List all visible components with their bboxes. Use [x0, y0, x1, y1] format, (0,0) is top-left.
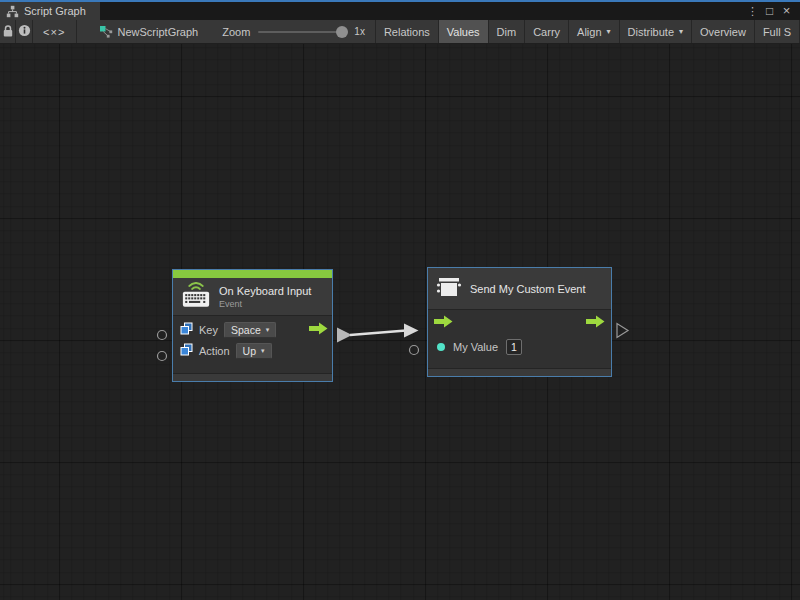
- relations-toggle[interactable]: Relations: [376, 20, 439, 43]
- key-dropdown-value: Space: [231, 324, 261, 336]
- info-button[interactable]: [16, 20, 32, 43]
- unit-icon: [436, 275, 462, 303]
- values-toggle[interactable]: Values: [439, 20, 489, 43]
- distribute-dropdown[interactable]: Distribute ▾: [620, 20, 692, 43]
- graph-asset-name: NewScriptGraph: [118, 26, 199, 38]
- port-my-value-input[interactable]: [410, 346, 419, 355]
- distribute-label: Distribute: [628, 26, 674, 38]
- script-graph-window: Script Graph ⋮ □ ×: [0, 0, 800, 600]
- port-key-input[interactable]: [158, 331, 167, 340]
- overview-button[interactable]: Overview: [692, 20, 755, 43]
- script-graph-asset-icon: [99, 24, 113, 40]
- zoom-slider[interactable]: [258, 31, 346, 33]
- tab-bar: Script Graph ⋮ □ ×: [0, 2, 800, 20]
- port-row-action: Action Up ▾: [173, 340, 332, 361]
- action-dropdown[interactable]: Up ▾: [236, 343, 272, 359]
- action-dropdown-value: Up: [243, 345, 256, 357]
- full-screen-button[interactable]: Full S: [755, 20, 800, 43]
- chevron-down-icon: ▾: [266, 326, 270, 334]
- port-label: Key: [199, 324, 218, 336]
- node-footer: [428, 368, 611, 376]
- port-action-input[interactable]: [158, 352, 167, 361]
- type-icon: [180, 343, 193, 358]
- port-row-my-value: My Value 1: [428, 335, 611, 358]
- hierarchy-icon: [6, 5, 19, 18]
- control-output-arrow-icon[interactable]: [586, 314, 605, 332]
- flow-row: [428, 310, 611, 335]
- chevron-down-icon: ▾: [261, 347, 265, 355]
- tab-title: Script Graph: [24, 5, 86, 17]
- info-icon: [18, 24, 31, 39]
- node-header: Send My Custom Event: [428, 268, 611, 310]
- align-dropdown[interactable]: Align ▾: [569, 20, 619, 43]
- node-on-keyboard-input[interactable]: On Keyboard Input Event Key Space ▾: [172, 269, 333, 382]
- tab-script-graph[interactable]: Script Graph: [0, 2, 100, 20]
- graph-canvas[interactable]: On Keyboard Input Event Key Space ▾: [0, 44, 800, 600]
- key-dropdown[interactable]: Space ▾: [224, 322, 276, 338]
- dim-toggle[interactable]: Dim: [489, 20, 526, 43]
- node-title: Send My Custom Event: [470, 283, 586, 295]
- carry-toggle[interactable]: Carry: [525, 20, 569, 43]
- node-body: Key Space ▾: [173, 316, 332, 373]
- graph-asset-reference[interactable]: NewScriptGraph: [89, 20, 209, 43]
- port-row-key: Key Space ▾: [173, 319, 332, 340]
- connection-keyboard-to-event[interactable]: [337, 324, 419, 343]
- maximize-icon[interactable]: □: [762, 3, 777, 19]
- port-label: My Value: [453, 341, 498, 353]
- generate-code-button[interactable]: <×>: [33, 20, 77, 43]
- event-accent-strip: [173, 270, 332, 278]
- port-label: Action: [199, 345, 230, 357]
- node-body: My Value 1: [428, 310, 611, 368]
- node-title: On Keyboard Input: [219, 285, 311, 297]
- chevron-down-icon: ▾: [679, 27, 683, 36]
- close-icon[interactable]: ×: [779, 3, 794, 19]
- node-subtitle: Event: [219, 299, 311, 309]
- node-header: On Keyboard Input Event: [173, 278, 332, 316]
- wire-layer: [0, 44, 800, 600]
- node-send-my-custom-event[interactable]: Send My Custom Event: [427, 267, 612, 377]
- value-port-icon: [437, 343, 445, 351]
- graph-toolbar: <×> NewScriptGraph Zoom 1x Relations Val…: [0, 20, 800, 44]
- window-menu-icon[interactable]: ⋮: [745, 3, 760, 19]
- my-value-input[interactable]: 1: [506, 339, 522, 355]
- zoom-value: 1x: [354, 26, 365, 37]
- chevron-down-icon: ▾: [607, 27, 611, 36]
- zoom-slider-handle[interactable]: [336, 26, 348, 38]
- align-label: Align: [577, 26, 601, 38]
- control-output-arrow-icon[interactable]: [309, 322, 328, 337]
- control-input-arrow-icon[interactable]: [434, 314, 453, 332]
- lock-button[interactable]: [0, 20, 16, 43]
- node-footer: [173, 373, 332, 381]
- keyboard-icon: [181, 282, 211, 312]
- lock-icon: [2, 24, 14, 40]
- zoom-label: Zoom: [222, 26, 250, 38]
- port-event-output[interactable]: [617, 324, 628, 338]
- type-icon: [180, 322, 193, 337]
- zoom-control: Zoom 1x: [222, 20, 376, 43]
- window-controls: ⋮ □ ×: [745, 2, 800, 20]
